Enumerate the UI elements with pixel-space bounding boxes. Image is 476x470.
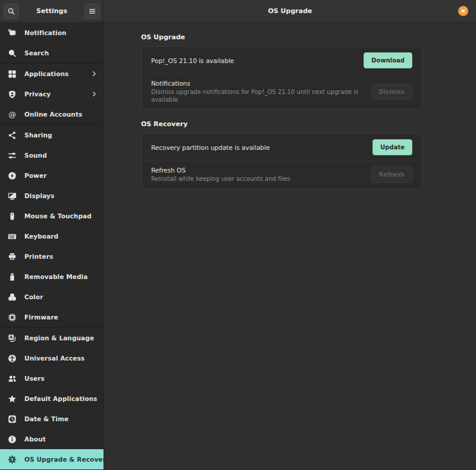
download-button[interactable]: Download xyxy=(364,52,412,68)
sidebar-item-online-accounts[interactable]: @Online Accounts xyxy=(0,104,104,124)
sidebar-item-applications[interactable]: Applications xyxy=(0,64,104,84)
notifications-text: Notifications Dismiss upgrade notificati… xyxy=(151,80,371,104)
window-title: Settings xyxy=(36,7,67,15)
refresh-os-subtitle: Reinstall while keeping user accounts an… xyxy=(151,176,362,183)
close-icon: ✕ xyxy=(461,8,465,14)
sidebar-item-label: Notification xyxy=(24,29,98,36)
refresh-os-title: Refresh OS xyxy=(151,167,362,174)
info-icon xyxy=(8,435,17,444)
sidebar-item-label: Default Applications xyxy=(24,395,98,402)
sidebar-item-label: Universal Access xyxy=(24,355,98,362)
refresh-button[interactable]: Refresh xyxy=(371,167,412,183)
sidebar-item-default-applications[interactable]: Default Applications xyxy=(0,388,104,409)
search-icon xyxy=(8,49,17,58)
sidebar-item-sharing[interactable]: Sharing xyxy=(0,125,104,145)
sidebar-item-label: Region & Language xyxy=(24,334,98,341)
sidebar-item-power[interactable]: Power xyxy=(0,165,104,186)
svg-text:@: @ xyxy=(8,110,16,119)
notifications-title: Notifications xyxy=(151,80,363,87)
display-icon xyxy=(8,192,17,200)
recovery-update-text: Recovery partition update is available xyxy=(151,144,372,151)
menu-button[interactable] xyxy=(84,4,100,19)
share-icon xyxy=(8,131,17,140)
sidebar: NotificationSearchApplicationsPrivacy@On… xyxy=(0,23,104,470)
sidebar-item-label: Users xyxy=(24,375,98,382)
sidebar-item-label: Power xyxy=(24,172,98,179)
sidebar-item-label: Sharing xyxy=(24,131,98,139)
sidebar-item-os-upgrade-recovery[interactable]: OS Upgrade & Recovery xyxy=(0,449,104,469)
color-icon xyxy=(8,293,17,302)
sidebar-item-label: Color xyxy=(24,293,98,300)
sidebar-item-keyboard[interactable]: Keyboard xyxy=(0,226,104,246)
recovery-update-row: Recovery partition update is available U… xyxy=(142,134,422,161)
window-body: NotificationSearchApplicationsPrivacy@On… xyxy=(0,23,476,470)
sidebar-item-privacy[interactable]: Privacy xyxy=(0,84,104,104)
sidebar-item-printers[interactable]: Printers xyxy=(0,246,104,267)
sidebar-item-label: Removable Media xyxy=(24,273,98,280)
mouse-icon xyxy=(8,212,17,221)
sidebar-item-mouse-touchpad[interactable]: Mouse & Touchpad xyxy=(0,206,104,226)
notification-icon xyxy=(8,29,17,37)
settings-window: Settings OS Upgrade ✕ NotificationSearch… xyxy=(0,0,476,470)
privacy-icon xyxy=(8,90,17,99)
search-icon xyxy=(7,7,15,15)
sidebar-item-label: About xyxy=(24,435,98,443)
sidebar-item-users[interactable]: Users xyxy=(0,368,104,388)
main-panel: OS Upgrade Pop!_OS 21.10 is available Do… xyxy=(104,23,476,470)
users-icon xyxy=(8,374,17,383)
upgrade-available-title: Pop!_OS 21.10 is available xyxy=(151,57,355,64)
sidebar-item-universal-access[interactable]: Universal Access xyxy=(0,348,104,368)
sidebar-item-label: Online Accounts xyxy=(24,111,98,118)
sidebar-item-label: Displays xyxy=(24,192,98,199)
section-title-os-recovery: OS Recovery xyxy=(141,120,422,128)
os-recovery-card: Recovery partition update is available U… xyxy=(141,133,422,189)
sidebar-item-label: Firmware xyxy=(24,314,98,321)
upgrade-available-row: Pop!_OS 21.10 is available Download xyxy=(142,47,422,74)
sidebar-item-about[interactable]: About xyxy=(0,429,104,449)
sidebar-item-region-language[interactable]: ARegion & Language xyxy=(0,328,104,348)
sidebar-item-displays[interactable]: Displays xyxy=(0,186,104,206)
at-icon: @ xyxy=(8,110,17,119)
sidebar-item-sound[interactable]: Sound xyxy=(0,145,104,165)
sidebar-item-firmware[interactable]: Firmware xyxy=(0,307,104,327)
hamburger-icon xyxy=(88,7,96,15)
svg-text:A: A xyxy=(10,334,13,340)
search-button[interactable] xyxy=(4,4,19,19)
power-icon xyxy=(8,171,17,180)
sidebar-item-label: Privacy xyxy=(24,90,83,98)
sidebar-item-label: Search xyxy=(24,49,98,57)
upgrade-icon xyxy=(8,455,17,464)
clock-icon xyxy=(8,415,17,424)
chip-icon xyxy=(8,313,17,322)
sidebar-item-removable-media[interactable]: Removable Media xyxy=(0,267,104,287)
usb-icon xyxy=(8,272,17,281)
notifications-subtitle: Dismiss upgrade notifications for Pop!_O… xyxy=(151,89,363,104)
sidebar-item-color[interactable]: Color xyxy=(0,287,104,307)
sidebar-item-label: Printers xyxy=(24,253,98,260)
language-icon: A xyxy=(8,334,17,343)
star-icon xyxy=(8,394,17,403)
chevron-right-icon xyxy=(90,70,98,77)
sound-icon xyxy=(8,151,17,160)
sidebar-item-notification[interactable]: Notification xyxy=(0,23,104,43)
recovery-update-title: Recovery partition update is available xyxy=(151,144,364,151)
sidebar-header: Settings xyxy=(0,0,104,22)
sidebar-item-label: Date & Time xyxy=(24,415,98,422)
sidebar-item-label: Sound xyxy=(24,152,98,159)
refresh-os-text: Refresh OS Reinstall while keeping user … xyxy=(151,167,371,183)
chevron-right-icon xyxy=(90,90,98,98)
keyboard-icon xyxy=(8,232,17,241)
sidebar-item-date-time[interactable]: Date & Time xyxy=(0,409,104,429)
sidebar-item-label: Keyboard xyxy=(24,233,98,240)
access-icon xyxy=(8,354,17,363)
close-button[interactable]: ✕ xyxy=(458,6,468,16)
main-content: OS Upgrade Pop!_OS 21.10 is available Do… xyxy=(141,33,422,189)
sidebar-item-label: Mouse & Touchpad xyxy=(24,212,98,220)
dismiss-button[interactable]: Dismiss xyxy=(371,84,412,100)
section-title-os-upgrade: OS Upgrade xyxy=(141,33,422,41)
os-upgrade-card: Pop!_OS 21.10 is available Download Noti… xyxy=(141,46,422,109)
update-button[interactable]: Update xyxy=(372,139,412,155)
printer-icon xyxy=(8,252,17,261)
applications-icon xyxy=(8,70,17,79)
sidebar-item-search[interactable]: Search xyxy=(0,43,104,63)
